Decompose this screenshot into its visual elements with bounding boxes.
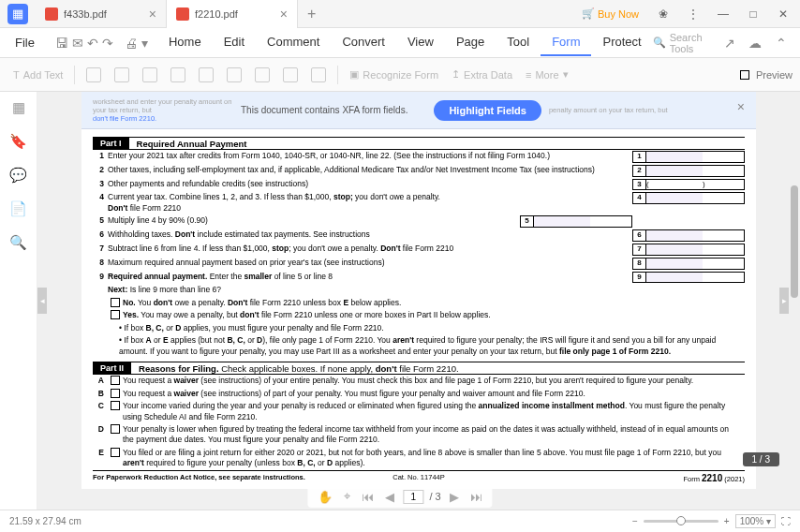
checkbox-reason-e[interactable] <box>111 448 120 457</box>
button-tool[interactable] <box>221 64 247 86</box>
field-line-5[interactable] <box>534 216 590 227</box>
form-field-tool[interactable] <box>81 64 107 86</box>
list-tool[interactable] <box>193 64 219 86</box>
hand-tool-icon[interactable]: ✋ <box>315 490 335 504</box>
field-line-7[interactable] <box>646 244 703 255</box>
document-viewport[interactable]: worksheet and enter your penalty amount … <box>37 92 800 510</box>
field-line-2[interactable] <box>646 166 703 176</box>
app-icon: ▦ <box>7 4 28 24</box>
hamburger-icon: ≡ <box>526 69 531 81</box>
upload-icon: ↥ <box>452 68 460 81</box>
tab-protect[interactable]: Protect <box>591 29 652 56</box>
highlight-fields-button[interactable]: Highlight Fields <box>434 100 541 121</box>
date-tool[interactable] <box>305 64 332 86</box>
date-icon <box>311 67 326 82</box>
styles-icon[interactable]: ❀ <box>650 0 676 28</box>
last-page-button[interactable]: ⏭ <box>467 490 485 504</box>
search-panel-icon[interactable]: 🔍 <box>10 234 27 251</box>
checkbox-icon <box>114 67 129 82</box>
field-line-3[interactable]: ( <box>646 180 703 190</box>
cloud-icon[interactable]: ☁ <box>746 32 764 54</box>
checkbox-no[interactable] <box>111 298 120 307</box>
pdf-icon <box>45 7 58 21</box>
maximize-button[interactable]: □ <box>740 0 766 28</box>
fit-page-icon[interactable]: ⛶ <box>781 516 791 526</box>
page-dimensions: 21.59 x 27.94 cm <box>9 516 81 526</box>
field-line-4[interactable] <box>646 193 703 203</box>
close-icon[interactable]: × <box>149 7 156 22</box>
tab-label: f433b.pdf <box>64 8 107 20</box>
close-banner-icon[interactable]: × <box>737 99 745 114</box>
attachments-icon[interactable]: 📄 <box>10 200 27 217</box>
zoom-in-button[interactable]: + <box>724 516 730 526</box>
recognize-form-button[interactable]: ▣Recognize Form <box>344 65 444 84</box>
undo-icon[interactable]: ↶ <box>87 32 98 54</box>
field-line-6[interactable] <box>646 230 703 241</box>
minimize-button[interactable]: — <box>710 0 736 28</box>
checkbox-tool[interactable] <box>109 64 135 86</box>
buy-now-link[interactable]: 🛒 Buy Now <box>582 7 639 20</box>
sig-tool[interactable] <box>277 64 304 86</box>
comments-icon[interactable]: 💬 <box>10 167 27 184</box>
collapse-ribbon-icon[interactable]: ⌃ <box>772 32 791 54</box>
tab-home[interactable]: Home <box>157 29 213 56</box>
preview-toggle[interactable]: Preview <box>737 69 793 81</box>
thumbnails-icon[interactable]: ▦ <box>10 99 27 116</box>
tab-tool[interactable]: Tool <box>496 29 541 56</box>
tab-convert[interactable]: Convert <box>331 29 396 56</box>
mail-icon[interactable]: ✉ <box>72 32 83 54</box>
checkbox-reason-c[interactable] <box>111 401 120 410</box>
extra-data-button[interactable]: ↥Extra Data <box>446 65 518 84</box>
scrollbar-thumb[interactable] <box>791 185 798 298</box>
tab-f433b[interactable]: f433b.pdf × <box>36 0 167 28</box>
more-button[interactable]: ≡More ▾ <box>520 65 573 84</box>
xfa-banner: worksheet and enter your penalty amount … <box>81 92 756 129</box>
redo-icon[interactable]: ↷ <box>102 32 113 54</box>
share-icon[interactable]: ↗ <box>720 32 739 54</box>
tab-f2210[interactable]: f2210.pdf × <box>167 0 298 28</box>
menu-icon[interactable]: ⋮ <box>680 0 706 28</box>
new-tab-button[interactable]: + <box>298 6 325 22</box>
zoom-out-button[interactable]: − <box>632 516 638 526</box>
select-tool-icon[interactable]: ⌖ <box>341 489 353 504</box>
field-line-9[interactable] <box>646 273 703 283</box>
print-icon[interactable]: 🖨 <box>125 32 138 54</box>
checkbox-reason-d[interactable] <box>111 424 120 434</box>
xfa-message: This document contains XFA form fields. <box>241 105 407 115</box>
first-page-button[interactable]: ⏮ <box>359 490 377 504</box>
save-icon[interactable]: 🖫 <box>55 32 68 54</box>
next-page-button[interactable]: ▶ <box>447 490 462 504</box>
add-text-tool[interactable]: TAdd Text <box>7 66 68 84</box>
chevron-down-icon[interactable]: ▾ <box>141 32 148 54</box>
file-menu[interactable]: File <box>4 32 46 53</box>
page-total: / 3 <box>429 491 440 502</box>
radio-tool[interactable] <box>137 64 163 86</box>
checkbox-reason-a[interactable] <box>111 376 120 385</box>
radio-icon <box>142 67 157 82</box>
page-input[interactable] <box>403 490 423 504</box>
tab-form[interactable]: Form <box>541 29 591 56</box>
checkbox-yes[interactable] <box>111 310 120 319</box>
image-tool[interactable] <box>249 64 275 86</box>
text-icon: T <box>13 69 20 81</box>
tab-edit[interactable]: Edit <box>213 29 256 56</box>
image-icon <box>255 67 270 82</box>
combo-tool[interactable] <box>165 64 191 86</box>
field-line-1[interactable] <box>646 152 703 162</box>
tab-view[interactable]: View <box>396 29 445 56</box>
zoom-slider[interactable] <box>644 520 719 523</box>
zoom-select[interactable]: 100% ▾ <box>735 514 776 528</box>
close-icon[interactable]: × <box>280 7 288 22</box>
prev-pane-button[interactable]: ◂ <box>37 288 47 314</box>
bookmarks-icon[interactable]: 🔖 <box>10 133 27 150</box>
field-line-8[interactable] <box>646 259 703 269</box>
zoom-thumb[interactable] <box>676 516 686 525</box>
checkbox-reason-b[interactable] <box>111 389 120 398</box>
tab-comment[interactable]: Comment <box>256 29 331 56</box>
search-tools[interactable]: 🔍 Search Tools <box>653 32 715 54</box>
signature-icon <box>283 67 298 82</box>
next-pane-button[interactable]: ▸ <box>779 288 789 314</box>
prev-page-button[interactable]: ◀ <box>382 490 397 504</box>
close-window-button[interactable]: ✕ <box>770 0 796 28</box>
tab-page[interactable]: Page <box>445 29 496 56</box>
